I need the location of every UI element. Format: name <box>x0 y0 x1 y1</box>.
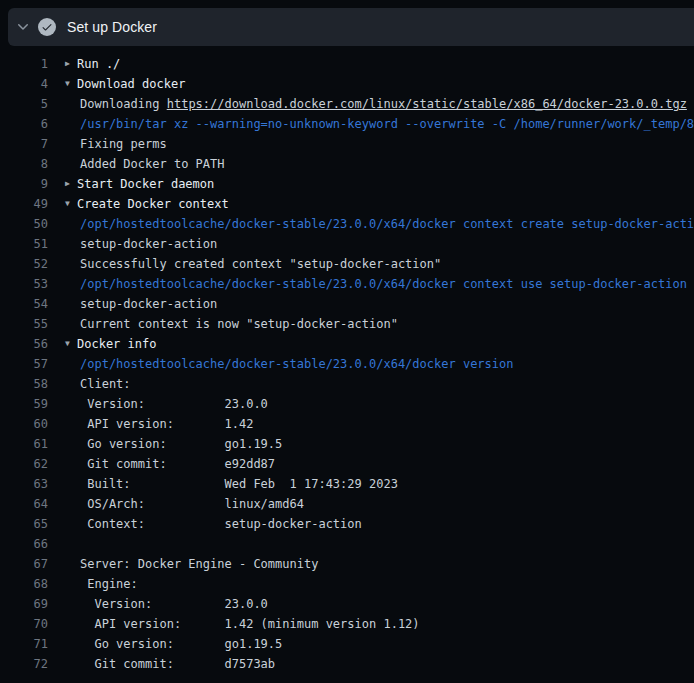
line-number[interactable]: 53 <box>0 274 48 294</box>
log-text: API version: 1.42 <box>80 414 253 434</box>
log-text: Git commit: d7573ab <box>80 654 275 674</box>
log-line-row: 65 Context: setup-docker-action <box>0 514 694 534</box>
log-group-row[interactable]: 1▶Run ./ <box>0 54 694 74</box>
chevron-down-icon[interactable] <box>15 19 31 35</box>
log-line-row: 54setup-docker-action <box>0 294 694 314</box>
log-line-row: 72 Git commit: d7573ab <box>0 654 694 674</box>
line-number[interactable]: 60 <box>0 414 48 434</box>
log-text: /opt/hostedtoolcache/docker-stable/23.0.… <box>80 214 694 234</box>
line-number[interactable]: 71 <box>0 634 48 654</box>
line-number[interactable]: 62 <box>0 454 48 474</box>
line-number[interactable]: 55 <box>0 314 48 334</box>
triangle-down-icon: ▼ <box>65 74 75 94</box>
line-number[interactable]: 52 <box>0 254 48 274</box>
line-number[interactable]: 1 <box>0 54 48 74</box>
log-line-row: 63 Built: Wed Feb 1 17:43:29 2023 <box>0 474 694 494</box>
log-text: /usr/bin/tar xz --warning=no-unknown-key… <box>80 114 694 134</box>
log-line-row: 55Current context is now "setup-docker-a… <box>0 314 694 334</box>
log-text: Downloading <box>80 97 167 111</box>
line-number[interactable]: 5 <box>0 94 48 114</box>
line-number[interactable]: 72 <box>0 654 48 674</box>
line-number[interactable]: 50 <box>0 214 48 234</box>
line-number[interactable]: 70 <box>0 614 48 634</box>
line-number[interactable]: 58 <box>0 374 48 394</box>
log-text: /opt/hostedtoolcache/docker-stable/23.0.… <box>80 274 687 294</box>
log-text: Go version: go1.19.5 <box>80 634 282 654</box>
log-line-row: 64 OS/Arch: linux/amd64 <box>0 494 694 514</box>
log-line-row: 51setup-docker-action <box>0 234 694 254</box>
group-title: Start Docker daemon <box>77 174 214 194</box>
check-circle-icon <box>38 18 56 36</box>
line-number[interactable]: 59 <box>0 394 48 414</box>
triangle-down-icon: ▼ <box>65 194 75 214</box>
log-text: Version: 23.0.0 <box>80 394 268 414</box>
line-number[interactable]: 8 <box>0 154 48 174</box>
log-line-row: 66 <box>0 534 694 554</box>
log-text: Current context is now "setup-docker-act… <box>80 314 398 334</box>
group-title: Download docker <box>77 74 185 94</box>
triangle-down-icon: ▼ <box>65 334 75 354</box>
log-line-row: 5Downloading https://download.docker.com… <box>0 94 694 114</box>
triangle-right-icon: ▶ <box>65 174 75 194</box>
log-text: setup-docker-action <box>80 234 217 254</box>
log-text: Fixing perms <box>80 134 167 154</box>
log-line-row: 70 API version: 1.42 (minimum version 1.… <box>0 614 694 634</box>
line-number[interactable]: 67 <box>0 554 48 574</box>
line-number[interactable]: 49 <box>0 194 48 214</box>
log-line-row: 58Client: <box>0 374 694 394</box>
line-number[interactable]: 57 <box>0 354 48 374</box>
log-line-row: 59 Version: 23.0.0 <box>0 394 694 414</box>
log-text: Context: setup-docker-action <box>80 514 362 534</box>
line-number[interactable]: 56 <box>0 334 48 354</box>
step-header[interactable]: Set up Docker <box>8 8 694 46</box>
line-number[interactable]: 61 <box>0 434 48 454</box>
group-title: Create Docker context <box>77 194 229 214</box>
log-lines: 1▶Run ./4▼Download docker5Downloading ht… <box>0 54 694 674</box>
log-group-row[interactable]: 9▶Start Docker daemon <box>0 174 694 194</box>
log-text: Server: Docker Engine - Community <box>80 554 318 574</box>
line-number[interactable]: 68 <box>0 574 48 594</box>
log-line-row: 6/usr/bin/tar xz --warning=no-unknown-ke… <box>0 114 694 134</box>
log-group-row[interactable]: 49▼Create Docker context <box>0 194 694 214</box>
line-number[interactable]: 54 <box>0 294 48 314</box>
log-line-row: 50/opt/hostedtoolcache/docker-stable/23.… <box>0 214 694 234</box>
log-text: Downloading https://download.docker.com/… <box>80 94 687 114</box>
line-number[interactable]: 65 <box>0 514 48 534</box>
group-title: Docker info <box>77 334 156 354</box>
log-text: API version: 1.42 (minimum version 1.12) <box>80 614 420 634</box>
log-text: setup-docker-action <box>80 294 217 314</box>
line-number[interactable]: 63 <box>0 474 48 494</box>
group-title: Run ./ <box>77 54 120 74</box>
log-line-row: 68 Engine: <box>0 574 694 594</box>
log-line-row: 61 Go version: go1.19.5 <box>0 434 694 454</box>
log-line-row: 71 Go version: go1.19.5 <box>0 634 694 654</box>
log-text: OS/Arch: linux/amd64 <box>80 494 304 514</box>
triangle-right-icon: ▶ <box>65 54 75 74</box>
line-number[interactable]: 4 <box>0 74 48 94</box>
line-number[interactable]: 51 <box>0 234 48 254</box>
line-number[interactable]: 66 <box>0 534 48 554</box>
log-text: /opt/hostedtoolcache/docker-stable/23.0.… <box>80 354 513 374</box>
line-number[interactable]: 9 <box>0 174 48 194</box>
log-text: Go version: go1.19.5 <box>80 434 282 454</box>
line-number[interactable]: 6 <box>0 114 48 134</box>
log-line-row: 62 Git commit: e92dd87 <box>0 454 694 474</box>
log-line-row: 69 Version: 23.0.0 <box>0 594 694 614</box>
step-title: Set up Docker <box>67 19 157 35</box>
download-url-link[interactable]: https://download.docker.com/linux/static… <box>167 97 687 111</box>
log-line-row: 8Added Docker to PATH <box>0 154 694 174</box>
log-line-row: 67Server: Docker Engine - Community <box>0 554 694 574</box>
line-number[interactable]: 64 <box>0 494 48 514</box>
log-line-row: 52Successfully created context "setup-do… <box>0 254 694 274</box>
log-text: Successfully created context "setup-dock… <box>80 254 441 274</box>
log-text: Added Docker to PATH <box>80 154 225 174</box>
log-text: Client: <box>80 374 131 394</box>
log-text: Built: Wed Feb 1 17:43:29 2023 <box>80 474 398 494</box>
log-group-row[interactable]: 56▼Docker info <box>0 334 694 354</box>
line-number[interactable]: 69 <box>0 594 48 614</box>
log-text: Version: 23.0.0 <box>80 594 268 614</box>
log-group-row[interactable]: 4▼Download docker <box>0 74 694 94</box>
log-line-row: 7Fixing perms <box>0 134 694 154</box>
line-number[interactable]: 7 <box>0 134 48 154</box>
log-text: Git commit: e92dd87 <box>80 454 275 474</box>
